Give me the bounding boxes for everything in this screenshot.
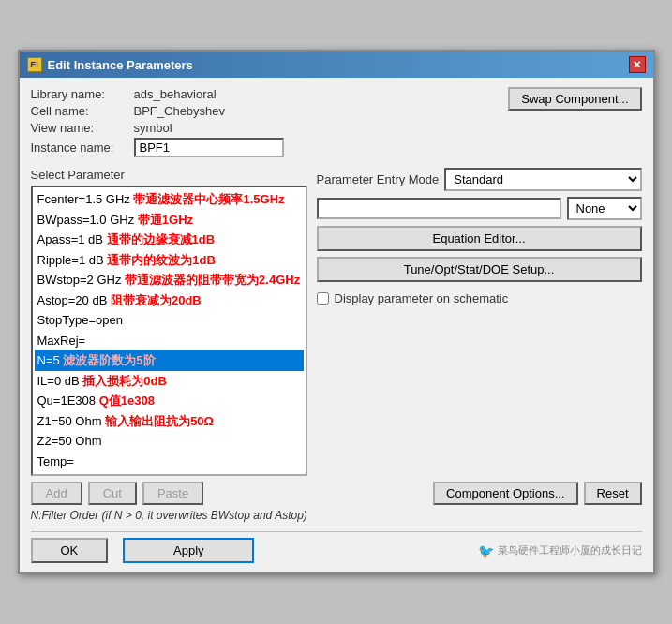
- bottom-buttons: Add Cut Paste Component Options... Reset: [31, 482, 642, 505]
- watermark-text: 菜鸟硬件工程师小厦的成长日记: [498, 543, 642, 557]
- select-param-title: Select Parameter: [31, 168, 307, 182]
- param-item-4[interactable]: BWstop=2 GHz 带通滤波器的阻带带宽为2.4GHz: [35, 270, 304, 290]
- library-row: Library name: ads_behavioral: [31, 87, 284, 101]
- cell-row: Cell name: BPF_Chebyshev: [31, 104, 284, 118]
- right-panel: Parameter Entry Mode Standard Advanced N…: [317, 168, 642, 476]
- param-item-12[interactable]: Z2=50 Ohm: [35, 431, 304, 452]
- cut-button[interactable]: Cut: [88, 482, 137, 505]
- param-item-3[interactable]: Ripple=1 dB 通带内的纹波为1dB: [35, 250, 304, 271]
- entry-mode-label: Parameter Entry Mode: [317, 172, 440, 186]
- component-options-button[interactable]: Component Options...: [433, 482, 577, 505]
- param-item-10[interactable]: Qu=1E308 Q值1e308: [35, 391, 304, 411]
- dialog-icon: EI: [27, 57, 42, 72]
- right-bottom-buttons: Component Options... Reset: [433, 482, 641, 505]
- param-item-9[interactable]: IL=0 dB 插入损耗为0dB: [35, 371, 304, 392]
- cell-value: BPF_Chebyshev: [134, 104, 226, 118]
- view-row: View name: symbol: [31, 121, 284, 135]
- paste-button[interactable]: Paste: [142, 482, 203, 505]
- info-fields: Library name: ads_behavioral Cell name: …: [31, 87, 284, 160]
- entry-mode-select[interactable]: Standard Advanced: [444, 168, 641, 191]
- library-value: ads_behavioral: [134, 87, 217, 101]
- status-text: N:Filter Order (if N > 0, it overwrites …: [31, 505, 642, 526]
- instance-label: Instance name:: [31, 141, 134, 155]
- value-row: None: [317, 197, 642, 220]
- equation-editor-button[interactable]: Equation Editor...: [317, 226, 642, 251]
- title-bar: EI Edit Instance Parameters ✕: [20, 52, 653, 78]
- param-item-0[interactable]: Fcenter=1.5 GHz 带通滤波器中心频率1.5GHz: [35, 189, 304, 210]
- library-label: Library name:: [31, 87, 134, 101]
- display-schematic-label: Display parameter on schematic: [335, 291, 509, 305]
- display-check-row: Display parameter on schematic: [317, 291, 642, 305]
- cell-label: Cell name:: [31, 104, 134, 118]
- dialog-title: Edit Instance Parameters: [48, 58, 193, 72]
- parameter-value-input[interactable]: [317, 198, 561, 219]
- param-item-1[interactable]: BWpass=1.0 GHz 带通1GHz: [35, 210, 304, 230]
- add-cut-paste-group: Add Cut Paste: [31, 482, 204, 505]
- tune-setup-button[interactable]: Tune/Opt/Stat/DOE Setup...: [317, 257, 642, 282]
- edit-instance-dialog: EI Edit Instance Parameters ✕ Library na…: [18, 50, 655, 574]
- entry-mode-row: Parameter Entry Mode Standard Advanced: [317, 168, 642, 191]
- watermark: 🐦 菜鸟硬件工程师小厦的成长日记: [478, 543, 642, 558]
- param-item-5[interactable]: Astop=20 dB 阻带衰减为20dB: [35, 290, 304, 311]
- main-section: Select Parameter Fcenter=1.5 GHz 带通滤波器中心…: [31, 168, 642, 476]
- dialog-body: Library name: ads_behavioral Cell name: …: [20, 78, 653, 572]
- view-label: View name:: [31, 121, 134, 135]
- param-item-13[interactable]: Temp=: [35, 452, 304, 472]
- watermark-icon: 🐦: [478, 543, 494, 558]
- param-item-11[interactable]: Z1=50 Ohm 输入输出阻抗为50Ω: [35, 411, 304, 432]
- add-button[interactable]: Add: [31, 482, 82, 505]
- close-button[interactable]: ✕: [629, 56, 646, 73]
- param-item-6[interactable]: StopType=open: [35, 310, 304, 331]
- none-select[interactable]: None: [567, 197, 642, 220]
- reset-button[interactable]: Reset: [584, 482, 642, 505]
- instance-row: Instance name:: [31, 138, 284, 157]
- instance-name-input[interactable]: [134, 138, 284, 157]
- ok-button[interactable]: OK: [31, 538, 109, 563]
- title-bar-left: EI Edit Instance Parameters: [27, 57, 193, 72]
- display-schematic-checkbox[interactable]: [317, 292, 329, 305]
- param-item-8[interactable]: N=5 滤波器阶数为5阶: [35, 350, 304, 371]
- swap-component-button[interactable]: Swap Component...: [508, 87, 641, 111]
- final-buttons: OK Apply 🐦 菜鸟硬件工程师小厦的成长日记: [31, 531, 642, 563]
- view-value: symbol: [134, 121, 172, 135]
- param-list[interactable]: Fcenter=1.5 GHz 带通滤波器中心频率1.5GHzBWpass=1.…: [31, 186, 307, 476]
- apply-button[interactable]: Apply: [123, 538, 254, 563]
- param-item-2[interactable]: Apass=1 dB 通带的边缘衰减1dB: [35, 230, 304, 250]
- param-item-7[interactable]: MaxRej=: [35, 331, 304, 351]
- info-section: Library name: ads_behavioral Cell name: …: [31, 87, 642, 160]
- left-panel: Select Parameter Fcenter=1.5 GHz 带通滤波器中心…: [31, 168, 307, 476]
